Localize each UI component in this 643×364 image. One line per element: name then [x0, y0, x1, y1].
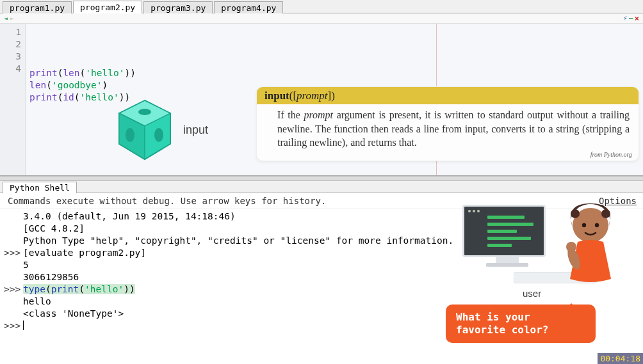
person-icon [552, 197, 629, 293]
shell-prompt: >>> [0, 283, 23, 296]
shell-prompt: >>> [0, 247, 23, 259]
shell-cursor [23, 320, 24, 330]
shell-prompt [0, 296, 23, 308]
code-line[interactable]: print(len('hello')) [29, 67, 643, 79]
editor-toolbar: ◄ ► ⚡ − × [0, 13, 643, 24]
shell-hint: Commands execute without debug. Use arro… [8, 196, 326, 206]
video-timestamp: 00:04:18 [598, 353, 643, 364]
pane-splitter[interactable] [0, 176, 643, 181]
shell-prompt [0, 259, 23, 271]
line-gutter: 1 2 3 4 [0, 24, 26, 175]
doc-card-header: input([prompt]) [257, 87, 639, 104]
shell-prompt [0, 308, 23, 320]
input-illustration: input [115, 98, 208, 162]
tab-program1[interactable]: program1.py [3, 1, 72, 13]
svg-point-12 [566, 242, 576, 252]
nav-fwd-icon[interactable]: ► [10, 15, 14, 22]
svg-point-10 [595, 223, 599, 227]
shell-prompt [0, 235, 23, 247]
tab-program4[interactable]: program4.py [214, 1, 283, 13]
svg-point-8 [601, 209, 610, 218]
cube-icon [115, 98, 174, 162]
shell-prompt: >>> [0, 320, 23, 332]
close-icon[interactable]: × [635, 14, 639, 23]
monitor-icon [462, 205, 552, 274]
shell-prompt [0, 210, 23, 223]
nav-back-icon[interactable]: ◄ [4, 15, 8, 22]
speech-bubble: What is your favorite color? [446, 305, 596, 343]
svg-point-7 [571, 209, 580, 218]
shell-prompt [0, 271, 23, 283]
user-label: user [523, 288, 541, 299]
user-illustration: user What is your favorite color? [462, 205, 635, 320]
tab-program3[interactable]: program3.py [143, 1, 213, 13]
doc-card-source: from Python.org [257, 151, 639, 161]
svg-point-4 [126, 128, 134, 142]
bolt-icon[interactable]: ⚡ [623, 14, 628, 22]
svg-point-5 [154, 128, 163, 142]
svg-point-9 [582, 223, 586, 227]
tab-bar: program1.py program2.py program3.py prog… [0, 0, 643, 13]
shell-prompt [0, 223, 23, 235]
svg-point-3 [138, 109, 151, 115]
shell-tab-bar: Python Shell [0, 181, 643, 193]
minus-icon[interactable]: − [629, 14, 633, 23]
doc-card: input([prompt]) If the prompt argument i… [256, 86, 639, 161]
doc-card-body: If the prompt argument is present, it is… [257, 104, 639, 151]
tab-program2[interactable]: program2.py [73, 1, 142, 13]
code-editor[interactable]: 1 2 3 4 print(len('hello'))len('goodbye'… [0, 24, 643, 176]
tab-python-shell[interactable]: Python Shell [3, 182, 77, 193]
cube-label: input [183, 123, 208, 137]
